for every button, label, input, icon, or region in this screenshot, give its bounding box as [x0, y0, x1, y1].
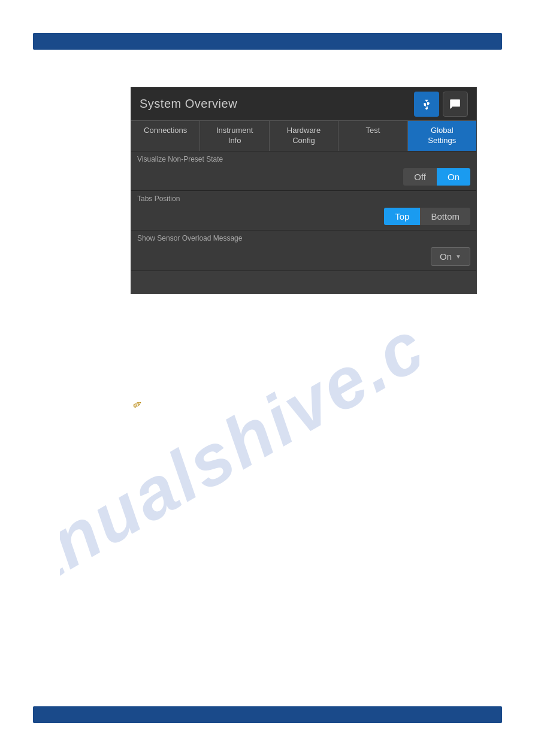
setting-sensor-overload: Show Sensor Overload Message On ▼ [131, 230, 476, 271]
visualize-toggle-group: Off On [403, 168, 470, 186]
panel-title: System Overview [140, 97, 414, 111]
svg-point-0 [425, 107, 428, 110]
content-area: Visualize Non-Preset State Off On Tabs P… [131, 151, 476, 293]
usb-icon-button[interactable] [414, 92, 439, 117]
tab-bar: Connections InstrumentInfo HardwareConfi… [131, 120, 476, 151]
tabs-position-toggle-group: Top Bottom [384, 208, 470, 225]
visualize-non-preset-label: Visualize Non-Preset State [131, 151, 476, 166]
tab-test[interactable]: Test [338, 121, 407, 151]
sensor-overload-label: Show Sensor Overload Message [131, 230, 476, 245]
svg-rect-1 [424, 103, 425, 104]
svg-rect-2 [428, 102, 430, 104]
header-icons [414, 92, 468, 117]
tabs-bottom-button[interactable]: Bottom [420, 208, 470, 225]
visualize-off-button[interactable]: Off [403, 168, 437, 186]
usb-icon [420, 98, 433, 111]
bottom-bar [33, 706, 502, 723]
tabs-position-label: Tabs Position [131, 191, 476, 205]
pencil-icon: ✏ [131, 397, 145, 413]
top-bar [33, 33, 502, 50]
chat-icon [449, 98, 462, 111]
watermark-text: manualshive.com [60, 293, 419, 593]
tabs-position-controls: Top Bottom [131, 205, 476, 230]
tab-global-settings[interactable]: GlobalSettings [408, 121, 476, 151]
tabs-top-button[interactable]: Top [384, 208, 420, 225]
system-overview-panel: System Overview Connections InstrumentIn… [131, 87, 477, 294]
setting-visualize-non-preset: Visualize Non-Preset State Off On [131, 151, 476, 190]
sensor-overload-value: On [440, 251, 452, 262]
panel-header: System Overview [131, 87, 476, 120]
sensor-overload-controls: On ▼ [131, 245, 476, 271]
tab-instrument-info[interactable]: InstrumentInfo [200, 121, 269, 151]
visualize-on-button[interactable]: On [437, 168, 470, 186]
tab-hardware-config[interactable]: HardwareConfig [270, 121, 338, 151]
sensor-overload-dropdown[interactable]: On ▼ [431, 247, 470, 266]
tab-connections[interactable]: Connections [131, 121, 200, 151]
visualize-non-preset-controls: Off On [131, 166, 476, 190]
setting-tabs-position: Tabs Position Top Bottom [131, 190, 476, 230]
empty-bottom-row [131, 271, 476, 293]
dropdown-arrow-icon: ▼ [455, 253, 461, 260]
watermark: manualshive.com [60, 293, 419, 593]
chat-icon-button[interactable] [443, 92, 468, 117]
